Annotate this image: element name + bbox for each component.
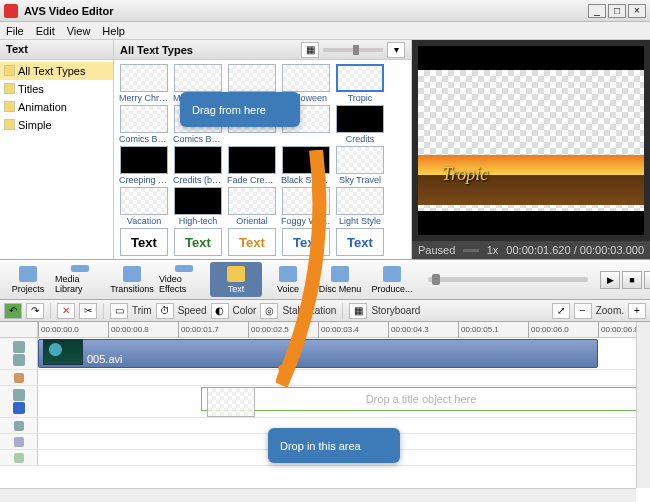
gallery-item[interactable]: Credits xyxy=(334,105,386,144)
menu-view[interactable]: View xyxy=(67,25,91,37)
split-button[interactable]: ✂ xyxy=(79,303,97,319)
tool-produce-[interactable]: Produce... xyxy=(366,262,418,297)
menu-edit[interactable]: Edit xyxy=(36,25,55,37)
gallery-item[interactable]: Merry Christ... xyxy=(118,64,170,103)
gallery-item[interactable]: TextText xyxy=(226,228,278,259)
horizontal-scrollbar[interactable] xyxy=(0,488,636,502)
tool-voice[interactable]: Voice xyxy=(262,262,314,297)
window-title: AVS Video Editor xyxy=(24,5,588,17)
titlebar: AVS Video Editor _ □ × xyxy=(0,0,650,22)
gallery-sort-button[interactable]: ▾ xyxy=(387,42,405,58)
text-gallery: All Text Types ▦ ▾ Merry Christ...Merry … xyxy=(114,40,412,259)
tool-projects[interactable]: Projects xyxy=(2,262,54,297)
video-clip[interactable]: 005.avi xyxy=(38,339,598,368)
gallery-item[interactable]: Light Style xyxy=(334,187,386,226)
gallery-item[interactable]: Foggy W...k... xyxy=(280,187,332,226)
clip-thumbnail xyxy=(43,339,83,365)
category-sidebar: Text All Text Types Titles Animation Sim… xyxy=(0,40,114,259)
gallery-item[interactable]: High-tech xyxy=(172,187,224,226)
zoom-in-button[interactable]: + xyxy=(628,303,646,319)
gallery-item[interactable]: Comics Ballo... xyxy=(118,105,170,144)
storyboard-icon[interactable]: ▦ xyxy=(349,303,367,319)
eye-icon[interactable] xyxy=(13,389,25,401)
overlay-icon xyxy=(14,421,24,431)
color-button[interactable]: Color xyxy=(233,305,257,316)
folder-icon xyxy=(4,119,15,130)
preview-speed: 1x xyxy=(487,244,499,256)
gallery-item[interactable]: TextText xyxy=(118,228,170,259)
gallery-grid: Merry Christ...Merry Christ...Merry Chri… xyxy=(114,60,411,259)
preview-panel: Tropic Paused 1x 00:00:01.620 / 00:00:03… xyxy=(412,40,650,259)
zoom-label: Zoom. xyxy=(596,305,624,316)
color-icon[interactable]: ◐ xyxy=(211,303,229,319)
tool-disc-menu[interactable]: Disc Menu xyxy=(314,262,366,297)
stabilization-button[interactable]: Stabilization xyxy=(282,305,336,316)
tree-item-all[interactable]: All Text Types xyxy=(0,62,113,80)
annotation-drag: Drag from here xyxy=(180,92,300,127)
vertical-scrollbar[interactable] xyxy=(636,322,650,488)
gallery-item[interactable]: Oriental xyxy=(226,187,278,226)
stop-button[interactable]: ■ xyxy=(622,271,642,289)
folder-icon xyxy=(4,83,15,94)
trim-button[interactable]: Trim xyxy=(132,305,152,316)
tool-video-effects[interactable]: Video Effects xyxy=(158,262,210,297)
redo-button[interactable]: ↷ xyxy=(26,303,44,319)
audio-icon xyxy=(14,437,24,447)
preview-canvas[interactable]: Tropic xyxy=(418,46,644,235)
app-icon xyxy=(4,4,18,18)
timeline: 00:00:00.000:00:00.800:00:01.700:00:02.5… xyxy=(0,322,650,502)
seek-slider[interactable] xyxy=(428,277,588,282)
video-track[interactable]: 005.avi xyxy=(0,338,650,370)
menu-help[interactable]: Help xyxy=(102,25,125,37)
gallery-mode-button[interactable]: ▦ xyxy=(301,42,319,58)
zoom-out-button[interactable]: − xyxy=(574,303,592,319)
speed-button[interactable]: Speed xyxy=(178,305,207,316)
eye-icon[interactable] xyxy=(13,341,25,353)
main-toolbar: ProjectsMedia LibraryTransitionsVideo Ef… xyxy=(0,260,650,300)
menu-file[interactable]: File xyxy=(6,25,24,37)
gallery-item[interactable]: TextText xyxy=(172,228,224,259)
tree-item-simple[interactable]: Simple xyxy=(0,116,113,134)
prev-frame-button[interactable]: ⏮ xyxy=(644,271,650,289)
dragging-thumbnail xyxy=(207,387,255,417)
gallery-item[interactable]: Vacation xyxy=(118,187,170,226)
stab-icon[interactable]: ◎ xyxy=(260,303,278,319)
tool-text[interactable]: Text xyxy=(210,262,262,297)
play-button[interactable]: ▶ xyxy=(600,271,620,289)
gallery-item[interactable]: Creeping line xyxy=(118,146,170,185)
gallery-item[interactable]: TextText xyxy=(334,228,386,259)
trim-icon[interactable]: ▭ xyxy=(110,303,128,319)
close-button[interactable]: × xyxy=(628,4,646,18)
tree-item-animation[interactable]: Animation xyxy=(0,98,113,116)
delete-button[interactable]: ✕ xyxy=(57,303,75,319)
timeline-toolbar: ↶ ↷ ✕ ✂ ▭ Trim ⏱ Speed ◐ Color ◎ Stabili… xyxy=(0,300,650,322)
tool-media-library[interactable]: Media Library xyxy=(54,262,106,297)
text-track[interactable]: Drop a title object here xyxy=(0,386,650,418)
gallery-header: All Text Types xyxy=(120,44,301,56)
folder-icon xyxy=(4,101,15,112)
undo-button[interactable]: ↶ xyxy=(4,303,22,319)
transport-controls: ▶ ■ ⏮ ⏭ ↻ 📷 ⛶ 🔊 ▸ xyxy=(420,260,650,299)
preview-speed-slider[interactable] xyxy=(463,249,478,252)
gallery-item[interactable]: Sky Travel xyxy=(334,146,386,185)
speed-icon[interactable]: ⏱ xyxy=(156,303,174,319)
clip-filename: 005.avi xyxy=(87,353,122,365)
effects-track[interactable] xyxy=(0,370,650,386)
gallery-item[interactable]: TextText xyxy=(280,228,332,259)
gallery-item[interactable]: Fade Credits xyxy=(226,146,278,185)
gallery-item[interactable]: Credits (black) xyxy=(172,146,224,185)
gallery-zoom-slider[interactable] xyxy=(323,48,383,52)
timeline-ruler[interactable]: 00:00:00.000:00:00.800:00:01.700:00:02.5… xyxy=(0,322,650,338)
gallery-item[interactable]: Tropic xyxy=(334,64,386,103)
fit-button[interactable]: ⤢ xyxy=(552,303,570,319)
annotation-drop: Drop in this area xyxy=(268,428,400,463)
tool-transitions[interactable]: Transitions xyxy=(106,262,158,297)
minimize-button[interactable]: _ xyxy=(588,4,606,18)
preview-status-bar: Paused 1x 00:00:01.620 / 00:00:03.000 xyxy=(412,241,650,259)
gallery-item[interactable]: Black Scree... xyxy=(280,146,332,185)
menubar: File Edit View Help xyxy=(0,22,650,40)
maximize-button[interactable]: □ xyxy=(608,4,626,18)
storyboard-button[interactable]: Storyboard xyxy=(371,305,420,316)
drop-hint: Drop a title object here xyxy=(201,387,641,411)
tree-item-titles[interactable]: Titles xyxy=(0,80,113,98)
